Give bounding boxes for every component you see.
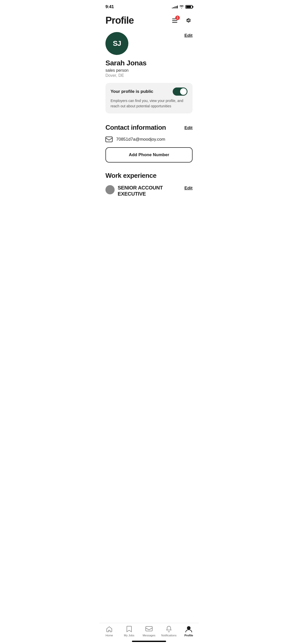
contact-section-header: Contact information Edit [105,124,193,131]
job-company-avatar [105,185,115,194]
svg-rect-3 [106,137,112,142]
toggle-knob [180,88,187,95]
status-icons [172,5,193,9]
profile-location: Dover, DE [105,73,193,78]
avatar: SJ [105,32,128,55]
contact-section: Contact information Edit 70851d7a@moodjo… [99,119,199,165]
job-info: SENIOR ACCOUNTEXECUTIVE [105,185,163,197]
add-phone-button[interactable]: Add Phone Number [105,147,193,163]
notification-badge: 1 [175,16,180,20]
public-card-description: Employers can find you, view your profil… [111,98,187,109]
profile-top: SJ Edit [105,32,193,55]
work-section-title: Work experience [105,172,156,180]
svg-rect-2 [172,22,177,23]
profile-name: Sarah Jonas [105,59,193,67]
notifications-button[interactable]: 1 [170,16,179,25]
page-title: Profile [105,15,134,26]
contact-edit-button[interactable]: Edit [184,124,193,130]
work-edit-button[interactable]: Edit [184,185,193,191]
wifi-icon [179,5,184,9]
status-time: 9:41 [105,4,114,9]
work-section-header: Work experience [105,172,193,180]
header-actions: 1 [170,16,193,25]
page-header: Profile 1 [99,12,199,30]
public-card-title: Your profile is public [111,89,153,94]
email-address: 70851d7a@moodjoy.com [116,137,165,142]
profile-section: SJ Edit Sarah Jonas sales person Dover, … [99,30,199,78]
work-section: Work experience SENIOR ACCOUNTEXECUTIVE … [99,165,199,197]
svg-rect-1 [172,20,177,21]
profile-edit-button[interactable]: Edit [184,32,193,38]
public-profile-toggle[interactable] [173,87,187,96]
status-bar: 9:41 [99,0,199,12]
gear-icon [184,17,192,24]
settings-button[interactable] [183,16,193,25]
public-card-top: Your profile is public [111,87,187,96]
signal-icon [172,5,178,8]
public-profile-card: Your profile is public Employers can fin… [105,83,193,113]
job-row: SENIOR ACCOUNTEXECUTIVE Edit [105,185,193,197]
email-row: 70851d7a@moodjoy.com [105,137,193,142]
job-title: SENIOR ACCOUNTEXECUTIVE [118,185,163,197]
contact-section-title: Contact information [105,124,166,131]
battery-icon [185,5,193,9]
email-icon [105,137,113,142]
profile-role: sales person [105,68,193,73]
